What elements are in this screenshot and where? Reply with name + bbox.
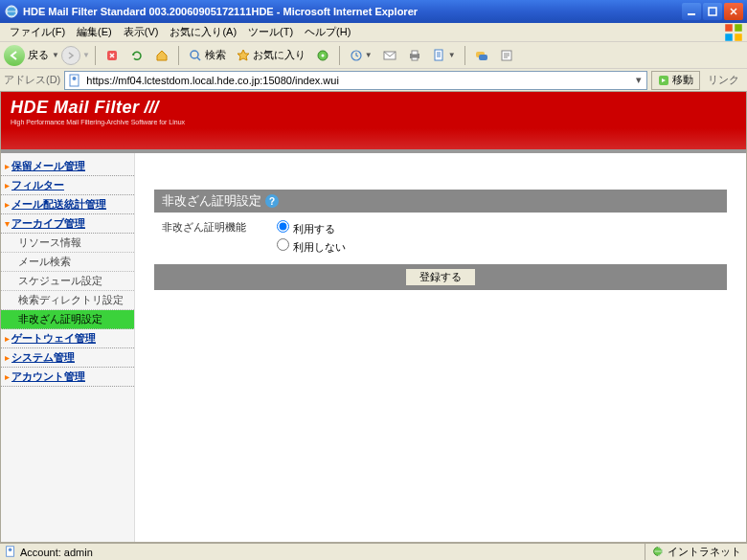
status-zone: イントラネット <box>668 545 741 559</box>
sidebar-item-delivery-stats[interactable]: メール配送統計管理 <box>1 195 134 214</box>
history-button[interactable]: ▼ <box>345 45 376 66</box>
main-panel: 非改ざん証明設定 ? 非改ざん証明機能 利用する 利用しない 登録する <box>135 153 746 542</box>
stop-button[interactable] <box>101 45 124 66</box>
forward-dropdown-icon[interactable]: ▼ <box>82 51 90 59</box>
menu-tools[interactable]: ツール(T) <box>242 23 299 41</box>
sidebar: 保留メール管理 フィルター メール配送統計管理 アーカイブ管理 リソース情報 メ… <box>1 153 135 542</box>
search-button[interactable]: 検索 <box>184 45 230 66</box>
sidebar-sub-search-dir[interactable]: 検索ディレクトリ設定 <box>1 291 134 310</box>
menu-favorites[interactable]: お気に入り(A) <box>164 23 242 41</box>
refresh-button[interactable] <box>125 45 148 66</box>
svg-rect-15 <box>412 57 418 60</box>
addressbar: アドレス(D) ▾ 移動 リンク <box>0 69 747 92</box>
chevron-right-icon <box>5 180 10 190</box>
svg-rect-1 <box>688 13 695 15</box>
chevron-down-icon <box>5 218 10 229</box>
favorites-button[interactable]: お気に入り <box>232 45 309 66</box>
address-label: アドレス(D) <box>4 73 60 87</box>
minimize-button[interactable] <box>682 3 701 20</box>
links-label[interactable]: リンク <box>704 73 743 87</box>
media-button[interactable] <box>311 45 334 66</box>
field-label: 非改ざん証明機能 <box>162 220 277 257</box>
chevron-right-icon <box>5 199 10 210</box>
sidebar-item-retained-mail[interactable]: 保留メール管理 <box>1 157 134 176</box>
svg-rect-6 <box>735 34 742 41</box>
app-header: HDE Mail Filter /// High Performance Mai… <box>1 92 746 149</box>
sidebar-item-account[interactable]: アカウント管理 <box>1 368 134 387</box>
close-button[interactable] <box>724 3 743 20</box>
ie-icon <box>4 4 19 19</box>
sidebar-item-system[interactable]: システム管理 <box>1 348 134 368</box>
sidebar-sub-tamper-proof[interactable]: 非改ざん証明設定 <box>1 310 134 329</box>
menu-file[interactable]: ファイル(F) <box>4 23 71 41</box>
forward-button[interactable] <box>61 46 80 65</box>
svg-rect-3 <box>725 24 733 32</box>
status-account: Account: admin <box>20 547 93 558</box>
maximize-button[interactable] <box>703 3 722 20</box>
help-icon[interactable]: ? <box>265 194 279 208</box>
svg-point-24 <box>9 548 12 551</box>
sidebar-sub-mail-search[interactable]: メール検索 <box>1 253 134 272</box>
chevron-right-icon <box>5 161 10 171</box>
home-button[interactable] <box>150 45 173 66</box>
submit-button[interactable]: 登録する <box>405 268 476 286</box>
chevron-right-icon <box>5 333 10 344</box>
submit-row: 登録する <box>154 264 727 290</box>
statusbar: Account: admin イントラネット <box>0 543 747 560</box>
menu-view[interactable]: 表示(V) <box>118 23 165 41</box>
sidebar-item-filter[interactable]: フィルター <box>1 176 134 195</box>
svg-point-21 <box>73 77 77 80</box>
radio-use[interactable] <box>277 220 289 233</box>
option-use[interactable]: 利用する <box>277 220 719 236</box>
svg-point-10 <box>321 54 324 56</box>
sidebar-sub-resource-info[interactable]: リソース情報 <box>1 234 134 253</box>
back-dropdown-icon[interactable]: ▼ <box>52 51 59 59</box>
page-content: HDE Mail Filter /// High Performance Mai… <box>0 92 747 543</box>
back-button[interactable] <box>4 45 25 66</box>
discuss-button[interactable] <box>470 45 493 66</box>
svg-rect-2 <box>709 8 716 15</box>
intranet-icon <box>651 545 665 560</box>
windows-logo-icon <box>724 24 743 41</box>
svg-rect-18 <box>479 55 487 60</box>
form-row-tamper-proof: 非改ざん証明機能 利用する 利用しない <box>154 213 727 264</box>
back-label[interactable]: 戻る <box>28 48 49 62</box>
section-title: 非改ざん証明設定 <box>162 192 261 210</box>
page-icon <box>67 73 82 88</box>
svg-rect-4 <box>735 24 742 32</box>
research-button[interactable] <box>495 45 518 66</box>
menubar: ファイル(F) 編集(E) 表示(V) お気に入り(A) ツール(T) ヘルプ(… <box>0 23 747 42</box>
logo-stripes-icon: /// <box>145 98 159 117</box>
edit-button[interactable]: ▼ <box>428 45 460 66</box>
svg-rect-5 <box>725 34 733 41</box>
chevron-right-icon <box>5 371 10 382</box>
go-button[interactable]: 移動 <box>651 71 700 90</box>
option-not-use[interactable]: 利用しない <box>277 238 719 255</box>
address-input-wrap[interactable]: ▾ <box>64 71 647 90</box>
chevron-right-icon <box>5 352 10 363</box>
radio-not-use[interactable] <box>277 238 289 251</box>
section-header: 非改ざん証明設定 ? <box>154 190 727 213</box>
window-title: HDE Mail Filter Standard 003.20060905172… <box>23 6 682 17</box>
app-logo-subtitle: High Performance Mail Filtering-Archive … <box>11 119 736 125</box>
svg-point-8 <box>191 51 198 58</box>
mail-button[interactable] <box>378 45 401 66</box>
print-button[interactable] <box>403 45 426 66</box>
svg-rect-14 <box>412 51 418 55</box>
address-dropdown-icon[interactable]: ▾ <box>631 74 646 86</box>
toolbar: 戻る ▼ ▼ 検索 お気に入り ▼ ▼ <box>0 42 747 69</box>
sidebar-sub-schedule[interactable]: スケジュール設定 <box>1 272 134 291</box>
menu-edit[interactable]: 編集(E) <box>71 23 118 41</box>
address-input[interactable] <box>84 75 631 86</box>
app-logo-text: HDE Mail Filter <box>11 98 140 117</box>
sidebar-item-archive[interactable]: アーカイブ管理 <box>1 214 134 234</box>
menu-help[interactable]: ヘルプ(H) <box>299 23 356 41</box>
sidebar-item-gateway[interactable]: ゲートウェイ管理 <box>1 329 134 348</box>
window-titlebar: HDE Mail Filter Standard 003.20060905172… <box>0 0 747 23</box>
page-icon <box>4 545 17 560</box>
